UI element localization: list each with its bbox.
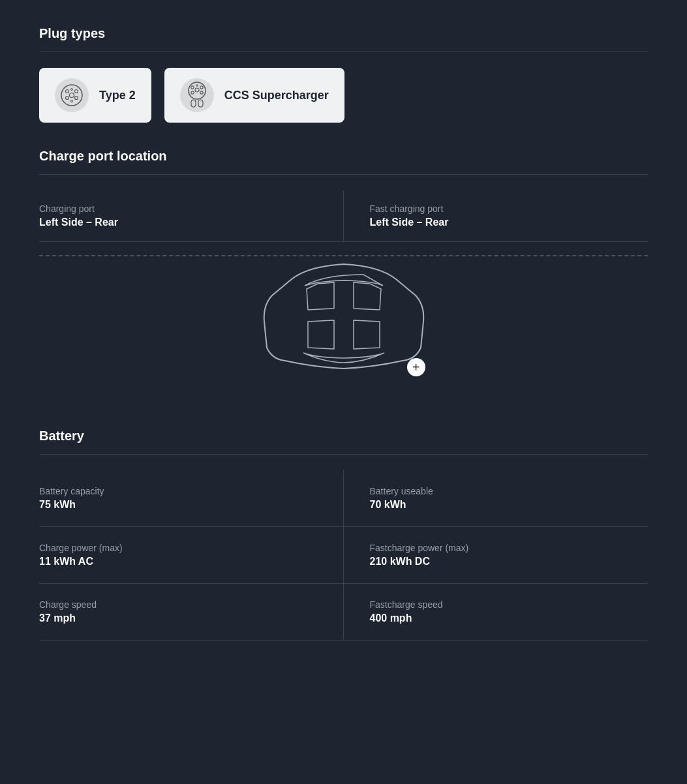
charge-speed-cell: Charge speed 37 mph — [39, 584, 344, 641]
charge-port-title: Charge port location — [39, 149, 648, 164]
battery-grid: Battery capacity 75 kWh Battery useable … — [39, 470, 648, 641]
fastcharge-speed-value: 400 mph — [370, 612, 649, 624]
battery-useable-label: Battery useable — [370, 486, 649, 496]
fast-charging-port-cell: Fast charging port Left Side – Rear — [344, 190, 649, 242]
ccs-label: CCS Supercharger — [224, 89, 329, 102]
charge-port-grid: Charging port Left Side – Rear Fast char… — [39, 190, 648, 242]
svg-point-6 — [71, 89, 73, 91]
type2-icon — [55, 78, 89, 112]
svg-point-4 — [75, 97, 78, 100]
fastcharge-speed-label: Fastcharge speed — [370, 599, 649, 610]
plug-types-title: Plug types — [39, 26, 648, 41]
svg-rect-16 — [198, 100, 203, 107]
charge-power-cell: Charge power (max) 11 kWh AC — [39, 527, 344, 584]
charge-port-section: Charge port location Charging port Left … — [39, 149, 648, 402]
fast-charging-port-value: Left Side – Rear — [370, 217, 649, 228]
svg-point-14 — [196, 85, 198, 87]
fastcharge-speed-cell: Fastcharge speed 400 mph — [344, 584, 649, 641]
svg-point-11 — [191, 91, 193, 94]
charge-dot-symbol: + — [412, 360, 420, 375]
fast-charging-port-label: Fast charging port — [370, 204, 649, 214]
svg-point-5 — [70, 93, 74, 98]
charging-port-label: Charging port — [39, 204, 317, 214]
charge-port-dot[interactable]: + — [407, 358, 425, 376]
charge-speed-value: 37 mph — [39, 612, 317, 624]
svg-rect-15 — [191, 100, 196, 107]
plug-cards-container: Type 2 CCS Supercharger — [39, 68, 648, 123]
svg-point-0 — [61, 85, 82, 106]
plug-types-section: Plug types Type 2 — [39, 26, 648, 123]
battery-section: Battery Battery capacity 75 kWh Battery … — [39, 429, 648, 641]
svg-point-1 — [66, 90, 69, 93]
svg-point-3 — [66, 97, 69, 100]
type2-label: Type 2 — [99, 89, 136, 102]
svg-point-7 — [71, 100, 73, 102]
car-diagram-container: + — [39, 242, 648, 402]
battery-title: Battery — [39, 429, 648, 444]
fastcharge-power-label: Fastcharge power (max) — [370, 543, 649, 553]
charge-speed-label: Charge speed — [39, 599, 317, 610]
charging-port-value: Left Side – Rear — [39, 217, 317, 228]
battery-capacity-value: 75 kWh — [39, 499, 317, 511]
fastcharge-power-value: 210 kWh DC — [370, 556, 649, 567]
fastcharge-power-cell: Fastcharge power (max) 210 kWh DC — [344, 527, 649, 584]
plug-card-type2[interactable]: Type 2 — [39, 68, 151, 123]
charge-port-divider — [39, 174, 648, 175]
plug-card-ccs[interactable]: CCS Supercharger — [164, 68, 344, 123]
battery-divider — [39, 454, 648, 455]
ccs-icon — [180, 78, 214, 112]
battery-capacity-label: Battery capacity — [39, 486, 317, 496]
svg-point-2 — [75, 90, 78, 93]
svg-point-13 — [195, 88, 199, 92]
car-top-view-svg — [233, 256, 455, 400]
car-svg-wrapper: + — [233, 256, 455, 402]
charging-port-cell: Charging port Left Side – Rear — [39, 190, 344, 242]
battery-useable-value: 70 kWh — [370, 499, 649, 511]
svg-point-12 — [200, 91, 202, 94]
battery-capacity-cell: Battery capacity 75 kWh — [39, 470, 344, 527]
charge-power-label: Charge power (max) — [39, 543, 317, 553]
plug-types-divider — [39, 52, 648, 52]
svg-point-10 — [200, 86, 202, 89]
battery-useable-cell: Battery useable 70 kWh — [344, 470, 649, 527]
charge-power-value: 11 kWh AC — [39, 556, 317, 567]
svg-point-9 — [191, 86, 193, 89]
